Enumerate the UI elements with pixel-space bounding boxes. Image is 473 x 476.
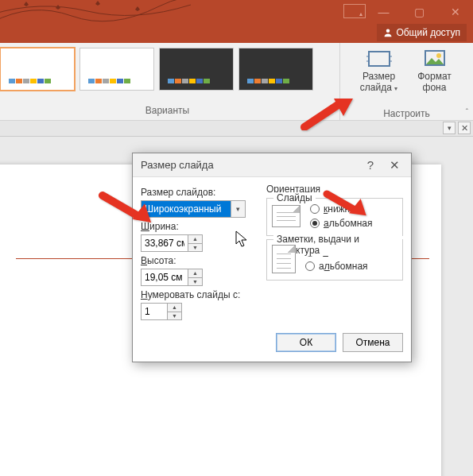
size-for-combo[interactable]: Широкоэкранный ▾ [141, 200, 246, 218]
configure-group-label: Настроить [340, 108, 473, 119]
tab-dropdown-button[interactable]: ▾ [443, 122, 456, 134]
number-from-label: Нумеровать слайды с: [141, 289, 258, 300]
cancel-button[interactable]: Отмена [343, 333, 403, 352]
ribbon: Варианты Размер слайда ▾ Формат фона Нас… [0, 43, 473, 121]
share-bar: Общий доступ [0, 24, 473, 43]
spin-down-icon[interactable]: ▼ [188, 278, 202, 286]
page-landscape-icon [272, 205, 300, 227]
dialog-title: Размер слайда [141, 159, 214, 171]
dialog-titlebar[interactable]: Размер слайда ? ✕ [133, 153, 411, 177]
ok-button[interactable]: ОК [276, 333, 336, 352]
width-input[interactable] [142, 235, 188, 251]
close-button[interactable]: ✕ [437, 0, 473, 24]
size-for-value: Широкоэкранный [142, 201, 231, 217]
maximize-button[interactable]: ▢ [401, 0, 437, 24]
variants-group-label: Варианты [0, 105, 335, 116]
title-bar: — ▢ ✕ [0, 0, 473, 24]
tab-close-button[interactable]: ✕ [458, 122, 471, 134]
spin-up-icon[interactable]: ▲ [188, 235, 202, 244]
window-controls: — ▢ ✕ [366, 0, 473, 24]
variant-thumb-4[interactable] [238, 48, 313, 91]
variants-group: Варианты [0, 43, 339, 120]
titlebar-decoration [0, 0, 199, 24]
dialog-help-button[interactable]: ? [359, 153, 382, 177]
variant-thumbnails [0, 48, 335, 91]
share-label: Общий доступ [396, 27, 460, 38]
width-label: Ширина: [141, 221, 258, 232]
format-background-button[interactable]: Формат фона [409, 48, 460, 94]
height-input[interactable] [142, 269, 188, 285]
format-background-icon [421, 48, 448, 70]
spin-down-icon[interactable]: ▼ [188, 244, 202, 252]
share-button[interactable]: Общий доступ [377, 24, 467, 41]
share-icon [383, 28, 393, 37]
configure-group: Размер слайда ▾ Формат фона Настроить ˆ [339, 43, 473, 120]
notes-landscape-radio[interactable]: альбомная [305, 261, 368, 272]
slides-landscape-radio[interactable]: альбомная [310, 218, 373, 229]
svg-point-0 [386, 29, 390, 33]
spin-up-icon[interactable]: ▲ [168, 304, 181, 312]
slides-orientation-group: Слайды книжная альбомная [266, 198, 403, 236]
svg-rect-1 [369, 52, 390, 66]
size-for-label: Размер слайдов: [141, 187, 258, 198]
dialog-close-button[interactable]: ✕ [382, 153, 406, 177]
notes-orientation-group: Заметки, выдачи и структура книжная альб… [266, 239, 403, 281]
format-background-label: Формат фона [409, 72, 460, 94]
spin-down-icon[interactable]: ▼ [168, 312, 181, 320]
slide-size-button[interactable]: Размер слайда ▾ [354, 48, 405, 94]
height-label: Высота: [141, 255, 258, 266]
spin-up-icon[interactable]: ▲ [188, 269, 202, 278]
page-portrait-icon [272, 245, 296, 273]
height-spinner[interactable]: ▲▼ [141, 269, 203, 286]
variant-thumb-1[interactable] [0, 48, 75, 91]
variant-thumb-2[interactable] [79, 48, 154, 91]
width-spinner[interactable]: ▲▼ [141, 234, 203, 252]
collapse-ribbon-icon[interactable]: ˆ [466, 108, 468, 117]
slide-size-label: Размер слайда [360, 71, 395, 93]
slide-size-dialog: Размер слайда ? ✕ Размер слайдов: Широко… [132, 153, 412, 362]
chevron-down-icon[interactable]: ▾ [231, 201, 245, 217]
slide-size-icon [366, 48, 393, 70]
slides-legend: Слайды [273, 192, 316, 203]
ribbon-display-options-icon[interactable] [343, 4, 366, 18]
variant-thumb-3[interactable] [159, 48, 234, 91]
slides-portrait-radio[interactable]: книжная [310, 203, 373, 215]
svg-point-3 [436, 53, 441, 58]
minimize-button[interactable]: — [366, 0, 401, 24]
document-tab-strip: ▾ ✕ [0, 121, 473, 137]
number-from-spinner[interactable]: ▲▼ [141, 303, 182, 320]
number-from-input[interactable] [142, 304, 167, 319]
